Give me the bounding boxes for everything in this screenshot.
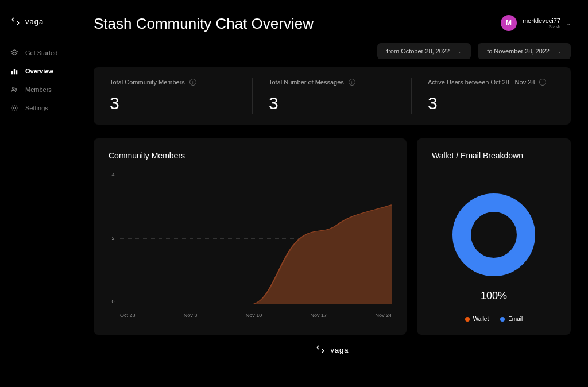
main-content: Stash Community Chat Overview M mertdeve… xyxy=(76,0,588,387)
user-name: mertdeveci77 xyxy=(523,17,560,24)
avatar: M xyxy=(501,15,517,31)
filter-from-label: from October 28, 2022 xyxy=(386,48,450,55)
svg-point-6 xyxy=(462,203,526,267)
date-filters: from October 28, 2022 ⌄ to November 28, … xyxy=(94,43,571,59)
legend: Wallet Email xyxy=(465,316,523,322)
sidebar-item-settings[interactable]: Settings xyxy=(0,99,76,117)
stat-value: 3 xyxy=(269,94,396,113)
area-chart: 4 2 0 Oct 28 Nov 3 Nov 10 xyxy=(109,172,392,318)
legend-dot-wallet xyxy=(465,317,470,322)
stat-label: Total Number of Messages i xyxy=(269,79,396,86)
chevron-down-icon: ⌄ xyxy=(558,49,562,54)
stat-card-active-users: Active Users between Oct 28 - Nov 28 i 3 xyxy=(412,67,571,125)
donut-container: 100% Wallet Email xyxy=(432,172,556,322)
legend-wallet: Wallet xyxy=(465,316,489,322)
user-info: mertdeveci77 Stash xyxy=(523,17,560,29)
y-axis: 4 2 0 xyxy=(109,172,118,304)
chart-community-members: Community Members 4 2 0 Oct xyxy=(94,138,407,335)
logo[interactable]: vaga xyxy=(0,16,76,44)
user-menu[interactable]: M mertdeveci77 Stash ⌄ xyxy=(501,15,571,31)
sidebar-item-label: Overview xyxy=(25,68,53,75)
svg-rect-0 xyxy=(11,71,13,74)
x-axis: Oct 28 Nov 3 Nov 10 Nov 17 Nov 24 xyxy=(120,312,392,318)
donut-percent: 100% xyxy=(481,290,507,302)
chart-area xyxy=(120,172,392,304)
stat-card-messages: Total Number of Messages i 3 xyxy=(253,67,412,125)
sidebar-item-get-started[interactable]: Get Started xyxy=(0,44,76,62)
charts-row: Community Members 4 2 0 Oct xyxy=(94,138,571,335)
logo-text: vaga xyxy=(25,17,44,26)
filter-to-label: to November 28, 2022 xyxy=(487,48,550,55)
footer-logo-text: vaga xyxy=(330,346,349,354)
chart-icon xyxy=(10,67,18,75)
filter-to-date[interactable]: to November 28, 2022 ⌄ xyxy=(478,43,571,59)
sidebar: vaga Get Started Overview Members Settin… xyxy=(0,0,76,387)
chevron-down-icon: ⌄ xyxy=(458,49,462,54)
info-icon[interactable]: i xyxy=(189,79,196,86)
legend-dot-email xyxy=(500,317,505,322)
page-title: Stash Community Chat Overview xyxy=(94,15,314,33)
chart-wallet-email: Wallet / Email Breakdown 100% Wallet Ema… xyxy=(417,138,571,335)
stat-card-members: Total Community Members i 3 xyxy=(94,67,253,125)
sidebar-item-members[interactable]: Members xyxy=(0,80,76,99)
logo-icon xyxy=(315,344,326,356)
chevron-down-icon: ⌄ xyxy=(566,20,571,26)
stats-row: Total Community Members i 3 Total Number… xyxy=(94,67,571,125)
svg-point-3 xyxy=(13,87,15,90)
stat-label: Active Users between Oct 28 - Nov 28 i xyxy=(428,79,555,86)
sidebar-item-label: Get Started xyxy=(25,49,57,56)
stat-label: Total Community Members i xyxy=(110,79,237,86)
sidebar-item-label: Settings xyxy=(25,105,48,111)
footer-logo: vaga xyxy=(94,344,571,356)
info-icon[interactable]: i xyxy=(539,79,546,86)
stat-value: 3 xyxy=(110,94,237,113)
legend-email: Email xyxy=(500,316,523,322)
logo-icon xyxy=(10,16,21,26)
sidebar-item-label: Members xyxy=(25,86,52,93)
users-icon xyxy=(10,86,18,94)
sidebar-item-overview[interactable]: Overview xyxy=(0,62,76,80)
svg-point-4 xyxy=(16,88,17,90)
area-path xyxy=(120,172,392,304)
svg-point-5 xyxy=(13,107,16,109)
donut-chart xyxy=(448,189,540,281)
info-icon[interactable]: i xyxy=(349,79,355,86)
chart-title: Community Members xyxy=(109,151,392,160)
svg-rect-2 xyxy=(16,70,17,74)
chart-title: Wallet / Email Breakdown xyxy=(432,151,556,160)
stack-icon xyxy=(10,49,18,57)
filter-from-date[interactable]: from October 28, 2022 ⌄ xyxy=(377,43,471,59)
svg-rect-1 xyxy=(14,69,15,75)
user-sub: Stash xyxy=(549,24,560,29)
gear-icon xyxy=(10,104,18,112)
header: Stash Community Chat Overview M mertdeve… xyxy=(94,15,571,33)
stat-value: 3 xyxy=(428,94,555,113)
